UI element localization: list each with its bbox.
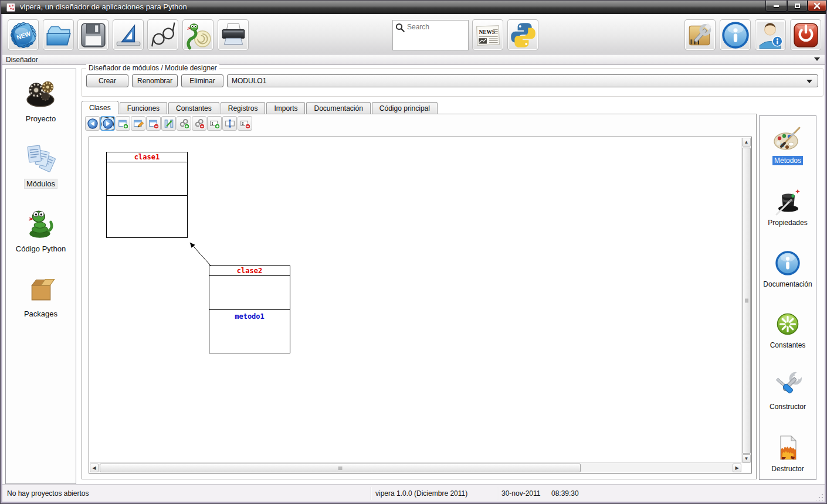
tool-item-label: Destructor: [770, 464, 805, 474]
tab-codigo-principal[interactable]: Código principal: [372, 102, 438, 114]
edit-member-button[interactable]: [222, 116, 237, 131]
canvas-horizontal-scrollbar[interactable]: ◀ ▶: [90, 462, 741, 472]
scroll-down-icon[interactable]: ▼: [742, 454, 751, 463]
open-button[interactable]: [43, 19, 74, 50]
horizontal-scroll-thumb[interactable]: [100, 464, 581, 472]
tool-item-propiedades[interactable]: Propiedades: [766, 188, 809, 227]
python-button[interactable]: [507, 19, 538, 50]
packager-button[interactable]: [684, 19, 716, 50]
status-version: vipera 1.0.0 (Diciembre 2011): [375, 489, 467, 498]
sidebar-item-packages[interactable]: Packages: [22, 273, 60, 319]
edit-class-button[interactable]: [131, 116, 145, 131]
sidebar-item-codigo-python[interactable]: Código Python: [13, 207, 68, 254]
module-select-value: MODULO1: [232, 77, 266, 85]
printer-icon: [219, 21, 248, 50]
tab-registros[interactable]: Registros: [221, 102, 266, 114]
scroll-up-icon[interactable]: ▲: [742, 138, 751, 147]
svg-text:NEWS: NEWS: [479, 29, 495, 35]
green-star-icon: [774, 311, 801, 338]
sidebar-item-label: Módulos: [24, 179, 57, 189]
class-box-clase2[interactable]: clase2 metodo1: [209, 265, 290, 353]
power-icon: [791, 21, 821, 50]
clases-tab-panel: clase1 clase2 metodo1 ▲ ▼: [82, 114, 757, 479]
application-window: vipera, un diseñador de aplicaciones par…: [0, 0, 827, 504]
close-icon: [814, 2, 821, 9]
delete-member-button[interactable]: [238, 116, 252, 131]
tool-item-documentacion[interactable]: Documentación: [761, 249, 814, 289]
tool-item-label: Constantes: [768, 340, 808, 350]
exit-button[interactable]: [790, 19, 821, 50]
view-button[interactable]: [147, 19, 178, 50]
save-button[interactable]: [77, 19, 109, 50]
sidebar-item-modulos[interactable]: Módulos: [24, 142, 57, 189]
minimize-button[interactable]: [765, 1, 787, 12]
method-name: metodo1: [235, 312, 265, 321]
class-attributes-section: [107, 162, 187, 196]
search-input[interactable]: [406, 22, 465, 32]
field-edit-icon: [225, 118, 235, 129]
user-info-icon: [756, 21, 785, 50]
back-button[interactable]: [85, 116, 100, 131]
close-button[interactable]: [808, 1, 826, 12]
about-user-button[interactable]: [755, 19, 786, 50]
class-tools-panel: Métodos Propiedades: [759, 115, 816, 480]
delete-module-button[interactable]: Eliminar: [181, 74, 223, 87]
news-button[interactable]: NEWS: [472, 19, 503, 50]
python-icon: [509, 21, 538, 50]
title-bar: vipera, un diseñador de aplicaciones par…: [1, 1, 826, 14]
chevron-down-icon: [806, 80, 812, 83]
link-delete-icon: [194, 118, 205, 129]
app-icon: [6, 3, 15, 12]
delete-class-button[interactable]: [146, 116, 161, 131]
info-circle-icon: [774, 249, 802, 277]
module-select[interactable]: MODULO1: [227, 74, 818, 87]
tab-documentacion[interactable]: Documentación: [306, 102, 370, 114]
burning-page-icon: [774, 434, 802, 462]
print-button[interactable]: [218, 19, 249, 50]
tab-constantes[interactable]: Constantes: [168, 102, 219, 114]
field-add-icon: [209, 118, 220, 129]
add-class-button[interactable]: [116, 116, 130, 131]
tool-item-constantes[interactable]: Constantes: [768, 311, 808, 350]
tab-imports[interactable]: Imports: [266, 102, 305, 114]
class-diagram-canvas[interactable]: clase1 clase2 metodo1 ▲ ▼: [89, 137, 752, 474]
status-separator: [497, 487, 497, 500]
class-box-clase1[interactable]: clase1: [106, 152, 188, 238]
scroll-left-icon[interactable]: ◀: [90, 464, 99, 472]
maximize-button[interactable]: [787, 1, 808, 12]
add-member-button[interactable]: [207, 116, 222, 131]
vertical-scroll-thumb[interactable]: [742, 148, 751, 454]
forward-button[interactable]: [100, 116, 115, 131]
tool-item-destructor[interactable]: Destructor: [770, 434, 805, 474]
resize-grip[interactable]: [816, 493, 823, 500]
class-methods-section: [107, 196, 187, 198]
search-icon: [395, 23, 405, 32]
field-delete-icon: [240, 118, 250, 129]
main-toolbar: NEW: [2, 14, 825, 55]
add-relation-button[interactable]: [177, 116, 191, 131]
rename-module-button[interactable]: Renombrar: [132, 74, 178, 87]
tools-icon: [773, 372, 802, 400]
new-project-button[interactable]: NEW: [8, 19, 39, 50]
glasses-icon: [148, 21, 178, 50]
canvas-vertical-scrollbar[interactable]: ▲ ▼: [741, 138, 751, 463]
sidebar-item-proyecto[interactable]: Proyecto: [23, 77, 58, 124]
info-button[interactable]: [720, 19, 751, 50]
window-delete-icon: [148, 118, 159, 129]
design-button[interactable]: [113, 19, 144, 50]
tab-clases[interactable]: Clases: [82, 101, 118, 114]
move-class-button[interactable]: [161, 116, 176, 131]
new-project-icon: NEW: [9, 21, 38, 50]
tab-funciones[interactable]: Funciones: [120, 102, 167, 114]
delete-relation-button[interactable]: [192, 116, 206, 131]
create-module-button[interactable]: Crear: [86, 74, 128, 87]
status-separator: [371, 487, 371, 500]
collapse-arrow-icon[interactable]: [814, 57, 820, 61]
info-icon: [721, 21, 750, 50]
tool-item-metodos[interactable]: Métodos: [772, 125, 803, 165]
tool-item-constructor[interactable]: Constructor: [768, 372, 808, 411]
save-floppy-icon: [79, 21, 108, 50]
vipera-logo-button[interactable]: [182, 19, 213, 50]
scroll-right-icon[interactable]: ▶: [733, 464, 741, 472]
status-date: 30-nov-2011: [501, 489, 541, 498]
